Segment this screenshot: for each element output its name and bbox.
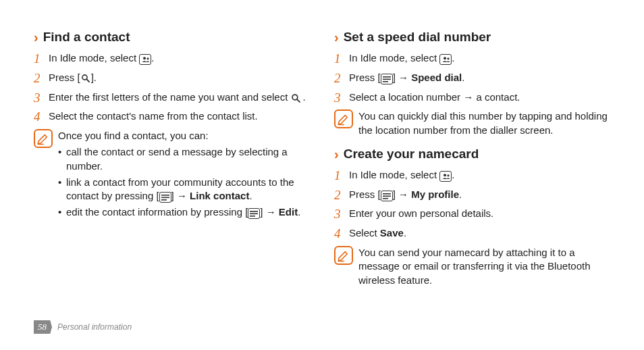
section-speed-dial: › Set a speed dial number bbox=[334, 30, 610, 45]
text: . bbox=[303, 91, 306, 103]
step-row: 1 In Idle mode, select . bbox=[334, 51, 610, 67]
step-row: 3 Enter the first letters of the name yo… bbox=[34, 91, 310, 106]
step-number: 3 bbox=[334, 207, 349, 222]
section-find-contact: › Find a contact bbox=[34, 30, 310, 45]
step-number: 3 bbox=[334, 91, 349, 106]
text: . bbox=[249, 190, 252, 201]
note-icon bbox=[334, 246, 353, 265]
text: Save bbox=[380, 227, 404, 239]
chevron-icon: › bbox=[334, 30, 337, 44]
step-text: Press [] → My profile. bbox=[349, 188, 610, 203]
chevron-icon: › bbox=[334, 147, 337, 161]
step-number: 1 bbox=[334, 168, 349, 184]
section-namecard: › Create your namecard bbox=[334, 147, 610, 161]
text: . bbox=[298, 206, 300, 218]
step-text: Press []. bbox=[49, 71, 310, 86]
contacts-icon bbox=[439, 54, 452, 65]
contacts-icon bbox=[439, 171, 452, 182]
step-text: Select Save. bbox=[349, 226, 610, 242]
note-block: You can send your namecard by attaching … bbox=[334, 246, 610, 287]
note-icon bbox=[334, 109, 353, 128]
text: ] → bbox=[171, 190, 190, 201]
step-number: 1 bbox=[334, 51, 349, 67]
step-row: 4 Select Save. bbox=[334, 226, 610, 242]
text: Press [ bbox=[49, 72, 80, 83]
step-number: 3 bbox=[34, 91, 49, 106]
bullet-list: call the contact or send a message by se… bbox=[58, 145, 310, 219]
step-row: 2 Press [] → Speed dial. bbox=[334, 71, 610, 86]
page-footer: 58 Personal information bbox=[34, 320, 132, 334]
note-text: Once you find a contact, you can: call t… bbox=[58, 129, 310, 222]
text: Edit bbox=[279, 206, 298, 218]
left-column: › Find a contact 1 In Idle mode, select … bbox=[34, 27, 310, 294]
step-text: In Idle mode, select . bbox=[349, 168, 610, 184]
page-number: 58 bbox=[34, 320, 52, 334]
menu-icon bbox=[248, 208, 260, 219]
menu-icon bbox=[381, 74, 393, 84]
note-text: You can quickly dial this number by tapp… bbox=[358, 109, 610, 137]
step-text: Press [] → Speed dial. bbox=[349, 71, 610, 86]
step-row: 3 Enter your own personal details. bbox=[334, 207, 610, 222]
text: . bbox=[459, 189, 462, 200]
text: Select bbox=[349, 227, 380, 239]
search-icon bbox=[80, 73, 91, 82]
text: In Idle mode, select bbox=[349, 52, 439, 64]
text: Press [ bbox=[349, 72, 381, 83]
step-text: In Idle mode, select . bbox=[349, 51, 610, 67]
text: . bbox=[452, 52, 454, 64]
list-item: edit the contact information by pressing… bbox=[58, 205, 310, 219]
step-number: 1 bbox=[34, 51, 49, 67]
text: ] → bbox=[260, 206, 279, 218]
text: Enter the first letters of the name you … bbox=[49, 91, 291, 103]
step-number: 2 bbox=[334, 71, 349, 86]
step-text: In Idle mode, select . bbox=[49, 51, 310, 67]
step-row: 3 Select a location number → a contact. bbox=[334, 91, 610, 106]
step-text: Select the contact's name from the conta… bbox=[49, 109, 310, 125]
step-row: 1 In Idle mode, select . bbox=[334, 168, 610, 184]
note-text: You can send your namecard by attaching … bbox=[358, 246, 610, 287]
step-text: Enter your own personal details. bbox=[349, 207, 610, 222]
step-number: 2 bbox=[334, 188, 349, 203]
text: ] → bbox=[393, 189, 412, 200]
section-title: Set a speed dial number bbox=[344, 30, 491, 45]
search-icon bbox=[291, 93, 303, 104]
text: Speed dial bbox=[411, 72, 462, 83]
step-text: Select a location number → a contact. bbox=[349, 91, 610, 106]
step-row: 1 In Idle mode, select . bbox=[34, 51, 310, 67]
text: Link contact bbox=[190, 190, 249, 201]
note-icon bbox=[34, 129, 53, 148]
footer-section: Personal information bbox=[57, 322, 132, 332]
text: . bbox=[452, 169, 454, 180]
text: call the contact or send a message by se… bbox=[66, 146, 288, 171]
step-row: 4 Select the contact's name from the con… bbox=[34, 109, 310, 125]
text: In Idle mode, select bbox=[349, 169, 439, 180]
right-column: › Set a speed dial number 1 In Idle mode… bbox=[334, 27, 610, 294]
section-title: Create your namecard bbox=[344, 147, 479, 161]
text: My profile bbox=[411, 189, 459, 200]
contacts-icon bbox=[139, 54, 151, 65]
list-item: link a contact from your community accou… bbox=[58, 176, 310, 203]
chevron-icon: › bbox=[34, 30, 36, 44]
text: ] → bbox=[393, 72, 412, 83]
step-number: 4 bbox=[334, 226, 349, 242]
menu-icon bbox=[381, 191, 393, 201]
text: Once you find a contact, you can: bbox=[58, 130, 209, 141]
step-row: 2 Press [] → My profile. bbox=[334, 188, 610, 203]
step-number: 2 bbox=[34, 71, 49, 86]
page-columns: › Find a contact 1 In Idle mode, select … bbox=[34, 27, 610, 294]
step-text: Enter the first letters of the name you … bbox=[49, 91, 310, 106]
list-item: call the contact or send a message by se… bbox=[58, 145, 310, 173]
note-block: You can quickly dial this number by tapp… bbox=[334, 109, 610, 137]
text: ]. bbox=[91, 72, 97, 83]
note-block: Once you find a contact, you can: call t… bbox=[34, 129, 310, 222]
text: Press [ bbox=[349, 189, 381, 200]
menu-icon bbox=[159, 192, 171, 203]
text: . bbox=[462, 72, 464, 83]
text: . bbox=[404, 227, 406, 239]
step-row: 2 Press []. bbox=[34, 71, 310, 86]
section-title: Find a contact bbox=[43, 30, 130, 45]
step-number: 4 bbox=[34, 109, 49, 125]
text: edit the contact information by pressing… bbox=[66, 206, 248, 218]
text: . bbox=[151, 52, 154, 64]
text: In Idle mode, select bbox=[49, 52, 139, 64]
